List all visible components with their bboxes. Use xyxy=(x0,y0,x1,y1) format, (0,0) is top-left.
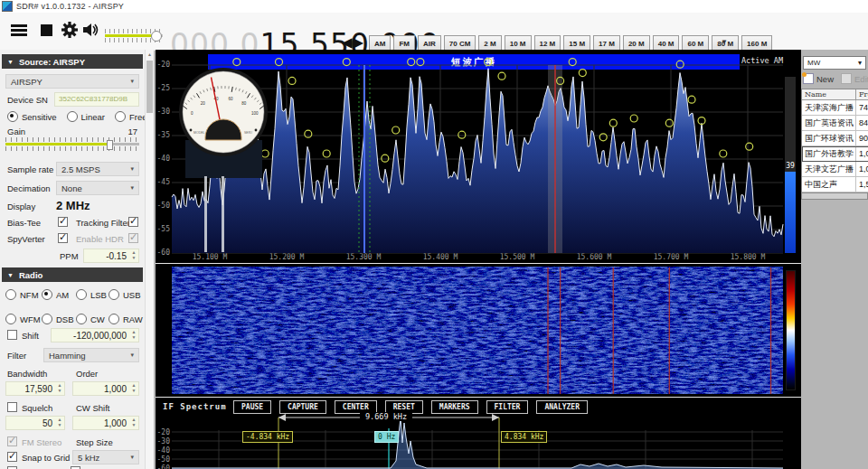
frequency-row-freq: 1,0 xyxy=(856,162,868,176)
tracking-filter-checkbox[interactable] xyxy=(128,217,138,227)
gain-mode-row: SensitiveLinearFree xyxy=(7,111,145,122)
squelch-spinner[interactable]: ▲▼ xyxy=(56,417,63,427)
order-spinner[interactable]: ▲▼ xyxy=(130,383,137,393)
shift-spinner[interactable]: ▲▼ xyxy=(130,330,137,340)
scrollbar-thumb[interactable] xyxy=(146,61,153,113)
filter-value: Hamming xyxy=(49,351,86,361)
column-header-freq[interactable]: Freq xyxy=(856,89,868,99)
if-button-markers[interactable]: MARKERS xyxy=(431,400,478,414)
gain-value: 17 xyxy=(127,127,137,136)
svg-text:20: 20 xyxy=(201,101,206,106)
mode-raw[interactable]: RAW xyxy=(108,314,141,324)
volume-track[interactable] xyxy=(105,34,163,37)
waterfall-display[interactable] xyxy=(156,264,801,397)
radio-icon xyxy=(76,289,87,300)
cw-shift-field[interactable]: 1,000 xyxy=(72,416,139,430)
mode-wfm[interactable]: WFM xyxy=(5,314,42,324)
snap-to-grid-checkbox[interactable] xyxy=(7,452,17,462)
frequency-row[interactable]: 中国之声1,5 xyxy=(802,177,868,192)
filter-label: Filter xyxy=(7,351,26,361)
mode-dsb[interactable]: DSB xyxy=(42,314,76,324)
step-size-label: Step Size xyxy=(76,437,113,447)
if-button-analyzer[interactable]: ANALYZER xyxy=(536,400,588,414)
mode-label: AM xyxy=(56,290,69,300)
mode-cw[interactable]: CW xyxy=(76,314,108,324)
frequency-row[interactable]: 天津文艺广播1,0 xyxy=(802,162,868,177)
filter-select[interactable]: Hamming▾ xyxy=(43,348,139,362)
gain-mode-sensitive[interactable]: Sensitive xyxy=(7,111,57,122)
gain-mode-label: Linear xyxy=(81,112,105,122)
radio-icon xyxy=(108,314,119,324)
if-button-pause[interactable]: PAUSE xyxy=(233,400,271,414)
cw-shift-spinner[interactable]: ▲▼ xyxy=(130,417,137,427)
if-db-tick: -20 xyxy=(156,428,170,436)
frequency-row[interactable]: 国广英语资讯846 xyxy=(802,116,868,131)
bandwidth-spinner[interactable]: ▲▼ xyxy=(56,383,63,393)
demod-mode-grid: NFMAMLSBUSBWFMDSBCWRAW xyxy=(5,289,141,324)
edit-entry-button[interactable]: Edit xyxy=(841,73,868,84)
scroll-up-arrow-icon[interactable]: ▲ xyxy=(146,50,154,59)
squelch-checkbox[interactable] xyxy=(7,402,17,412)
window-titlebar: SDR# v1.0.0.1732 - AIRSPY xyxy=(0,0,868,13)
decimation-value: None xyxy=(61,183,82,193)
frequency-row[interactable]: 天津滨海广播747 xyxy=(802,100,868,116)
frequency-row[interactable]: 国广环球资讯900 xyxy=(802,131,868,146)
frequency-step-arrows[interactable]: ◀▶ xyxy=(342,34,364,51)
if-marker-center[interactable]: 0 Hz xyxy=(374,431,399,443)
gain-slider[interactable] xyxy=(5,137,139,151)
if-marker-right[interactable]: 4.834 kHz xyxy=(501,431,547,443)
settings-gear-button[interactable] xyxy=(58,18,81,42)
group-filter-value: MW xyxy=(807,59,820,67)
freq-manager-toolbar: New Edit xyxy=(803,73,868,84)
control-sidebar: ▼ Source: AIRSPY AIRSPY▾ Device SN 352C6… xyxy=(0,50,145,469)
new-entry-button[interactable]: New xyxy=(803,73,834,84)
band-overflow-caret[interactable]: ▼ xyxy=(721,38,728,46)
if-marker-left[interactable]: -4.834 kHz xyxy=(242,431,293,443)
sidebar-scrollbar[interactable]: ▲ xyxy=(145,50,154,469)
chevron-down-icon: ▾ xyxy=(130,78,134,85)
main-spectrum-display[interactable]: 39020406080100SNRMODELSER# xyxy=(156,50,801,263)
mode-lsb[interactable]: LSB xyxy=(76,289,108,300)
frequency-row-name: 国广环球资讯 xyxy=(802,131,856,145)
if-button-filter[interactable]: FILTER xyxy=(486,400,529,414)
radio-panel-title: Radio xyxy=(19,270,42,280)
shift-field[interactable]: -120,000,000 xyxy=(51,328,139,342)
mode-nfm[interactable]: NFM xyxy=(5,289,42,300)
spyverter-checkbox[interactable] xyxy=(58,233,68,243)
group-filter-select[interactable]: MW ▾ xyxy=(803,56,866,70)
frequency-row-freq: 900 xyxy=(856,131,868,145)
audio-mute-button[interactable] xyxy=(80,18,103,42)
ppm-spinner[interactable]: ▲▼ xyxy=(130,250,137,260)
stop-button[interactable] xyxy=(34,18,58,42)
frequency-row[interactable]: 国广外语教学1,0 xyxy=(802,146,868,162)
sample-rate-value: 2.5 MSPS xyxy=(61,164,100,174)
mode-usb[interactable]: USB xyxy=(108,289,141,300)
if-button-capture[interactable]: CAPTURE xyxy=(279,400,326,414)
decimation-select[interactable]: None▾ xyxy=(56,181,139,195)
frequency-row-name: 国广外语教学 xyxy=(802,146,856,161)
svg-text:MODEL: MODEL xyxy=(193,131,205,135)
column-header-name[interactable]: Name xyxy=(802,89,856,99)
mode-label: NFM xyxy=(20,290,39,300)
gain-thumb[interactable] xyxy=(107,140,113,150)
volume-slider[interactable] xyxy=(105,29,163,47)
gain-label: Gain xyxy=(7,127,25,136)
if-db-tick: -40 xyxy=(156,446,170,455)
radio-panel-header[interactable]: ▼ Radio xyxy=(2,267,143,282)
step-size-select[interactable]: 5 kHz▾ xyxy=(72,450,139,464)
gain-mode-linear[interactable]: Linear xyxy=(67,111,105,122)
frequency-row-name: 天津文艺广播 xyxy=(802,162,856,176)
source-device-select[interactable]: AIRSPY▾ xyxy=(5,74,139,89)
source-panel-header[interactable]: ▼ Source: AIRSPY xyxy=(2,54,143,69)
sample-rate-select[interactable]: 2.5 MSPS▾ xyxy=(56,162,139,176)
gain-mode-label: Sensitive xyxy=(22,112,57,122)
mode-am[interactable]: AM xyxy=(42,289,76,300)
order-field[interactable]: 1,000 xyxy=(72,381,139,396)
menu-button[interactable] xyxy=(7,18,31,42)
shift-checkbox[interactable] xyxy=(7,330,17,340)
gain-mode-free[interactable]: Free xyxy=(115,111,145,122)
gain-track[interactable] xyxy=(5,143,139,145)
order-label: Order xyxy=(76,369,98,379)
bias-tee-checkbox[interactable] xyxy=(58,217,68,227)
device-sn-field[interactable]: 352C62C831778D9B xyxy=(54,92,139,107)
